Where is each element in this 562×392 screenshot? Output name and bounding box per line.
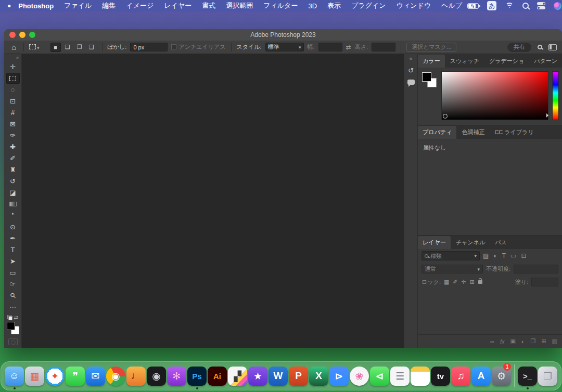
saturation-brightness-field[interactable] bbox=[441, 71, 548, 120]
menu-window[interactable]: ウィンドウ bbox=[391, 1, 437, 10]
filter-shape-icon[interactable]: ▭ bbox=[510, 252, 516, 259]
apple-menu-icon[interactable]: ● bbox=[7, 2, 11, 9]
dock-app-safari[interactable]: ✦ bbox=[45, 362, 65, 389]
siri-icon[interactable] bbox=[554, 2, 561, 10]
lock-transparent-pixels-icon[interactable]: ▦ bbox=[444, 279, 449, 285]
tool-eraser[interactable]: ◪ bbox=[6, 187, 20, 198]
dock-app-music[interactable]: ♫ bbox=[451, 362, 471, 389]
properties-tab[interactable]: プロパティ bbox=[418, 126, 456, 139]
color-tab[interactable]: パターン bbox=[529, 55, 562, 68]
window-titlebar[interactable]: Adobe Photoshop 2023 bbox=[4, 29, 562, 41]
dock-app-chrome[interactable]: ◉ bbox=[106, 362, 126, 389]
panel-collapse-icon[interactable]: « bbox=[410, 56, 413, 61]
dock-app-launchpad[interactable]: ▦ bbox=[24, 362, 45, 389]
menu-file[interactable]: ファイル bbox=[59, 1, 97, 10]
dock-app-logic-pro[interactable]: ◉ bbox=[146, 362, 167, 389]
dock-app-word[interactable]: W bbox=[268, 362, 288, 389]
tool-type[interactable]: T bbox=[6, 244, 20, 255]
dock-app-notes[interactable] bbox=[410, 362, 430, 389]
tool-pen[interactable]: ✒ bbox=[6, 233, 20, 244]
swap-colors-icon[interactable]: ⇄ bbox=[14, 315, 18, 320]
dock-app-affinity-photo[interactable]: ✻ bbox=[167, 362, 187, 389]
delete-layer-icon[interactable]: ▥ bbox=[552, 338, 557, 345]
add-to-selection-button[interactable]: ❏ bbox=[62, 43, 73, 52]
share-button[interactable]: 共有 bbox=[507, 43, 531, 52]
antialias-checkbox[interactable]: アンチエイリアス bbox=[171, 43, 225, 51]
hue-slider[interactable] bbox=[552, 71, 559, 120]
comments-panel-icon[interactable] bbox=[407, 80, 415, 85]
width-input[interactable] bbox=[318, 43, 342, 51]
tool-crop[interactable]: # bbox=[6, 107, 20, 118]
opacity-input[interactable] bbox=[514, 265, 558, 273]
history-panel-icon[interactable]: ↺ bbox=[408, 67, 414, 74]
control-center-icon[interactable] bbox=[537, 2, 545, 9]
feather-input[interactable]: 0 px bbox=[130, 43, 168, 51]
menu-select[interactable]: 選択範囲 bbox=[221, 1, 258, 10]
menu-layer[interactable]: レイヤー bbox=[159, 1, 197, 10]
properties-tab[interactable]: CC ライブラリ bbox=[490, 126, 538, 139]
add-layer-mask-icon[interactable]: ▣ bbox=[510, 338, 515, 345]
menu-help[interactable]: ヘルプ bbox=[436, 1, 467, 10]
tool-eyedropper[interactable]: ✑ bbox=[6, 130, 20, 141]
dock-app-apple-tv[interactable]: tv bbox=[430, 362, 451, 389]
menu-photoshop[interactable]: Photoshop bbox=[13, 2, 59, 10]
tool-rectangle[interactable]: ▭ bbox=[6, 267, 20, 278]
tool-lasso[interactable]: ◌ bbox=[6, 84, 20, 95]
panel-foreground-swatch[interactable] bbox=[422, 72, 431, 82]
dock-app-app-windows[interactable]: ❐ bbox=[538, 362, 558, 389]
spotlight-search-icon[interactable] bbox=[522, 3, 529, 9]
menu-view[interactable]: 表示 bbox=[322, 1, 346, 10]
wifi-icon[interactable] bbox=[505, 3, 514, 9]
layers-tab[interactable]: レイヤー bbox=[418, 236, 451, 249]
filter-image-icon[interactable]: ▨ bbox=[483, 252, 489, 259]
dock-app-imovie[interactable]: ★ bbox=[248, 362, 268, 389]
canvas-area[interactable] bbox=[22, 54, 404, 348]
link-layers-icon[interactable]: ∞ bbox=[490, 338, 494, 345]
toolbar-collapse-icon[interactable]: » bbox=[16, 55, 19, 60]
home-icon[interactable]: ⌂ bbox=[9, 43, 18, 51]
filter-type-icon[interactable]: T bbox=[502, 252, 506, 259]
menu-3d[interactable]: 3D bbox=[303, 2, 322, 10]
dock-app-facetime[interactable]: ⊲ bbox=[369, 362, 390, 389]
search-icon[interactable] bbox=[538, 45, 542, 49]
dock-app-reminders[interactable]: ☰ bbox=[390, 362, 410, 389]
tool-blur[interactable]: ❜ bbox=[6, 210, 20, 221]
new-selection-button[interactable]: ■ bbox=[50, 43, 61, 52]
new-adjustment-layer-icon[interactable]: ◐ bbox=[521, 338, 525, 345]
height-input[interactable] bbox=[372, 43, 395, 51]
menu-image[interactable]: イメージ bbox=[121, 1, 159, 10]
quick-mask-icon[interactable] bbox=[8, 338, 18, 345]
new-layer-icon[interactable]: ⊞ bbox=[541, 338, 546, 345]
tool-healing-brush[interactable]: ✚ bbox=[6, 141, 20, 152]
default-colors-icon[interactable] bbox=[7, 315, 12, 320]
color-tab[interactable]: カラー bbox=[418, 55, 445, 68]
dock-app-terminal[interactable]: >_ bbox=[517, 362, 538, 389]
layer-list[interactable] bbox=[418, 289, 562, 334]
battery-icon[interactable]: ϟ bbox=[467, 3, 479, 9]
new-group-icon[interactable]: ❒ bbox=[531, 338, 536, 345]
active-tool-preset[interactable]: ▾ bbox=[29, 44, 40, 50]
lock-image-pixels-icon[interactable]: ✐ bbox=[453, 279, 457, 285]
color-swatches[interactable] bbox=[7, 322, 19, 334]
dock-app-final-cut-pro[interactable]: ▞ bbox=[227, 362, 248, 389]
tool-brush[interactable]: ✐ bbox=[6, 153, 20, 164]
lock-all-icon[interactable] bbox=[478, 280, 482, 284]
layer-effects-icon[interactable]: fx bbox=[500, 338, 505, 345]
intersect-selection-button[interactable]: ❑ bbox=[86, 43, 97, 52]
default-swap-colors[interactable]: ⇄ bbox=[7, 315, 18, 320]
dock-app-excel[interactable]: X bbox=[309, 362, 329, 389]
workspace-switcher-icon[interactable] bbox=[548, 44, 557, 50]
dock-app-finder[interactable]: ☺ bbox=[4, 362, 24, 389]
layer-search-input[interactable]: 種類 ▾ bbox=[422, 251, 480, 260]
properties-tab[interactable]: 色調補正 bbox=[457, 126, 489, 139]
dock-app-messages[interactable]: ❞ bbox=[65, 362, 85, 389]
tool-object-selection[interactable]: ⊡ bbox=[6, 96, 20, 107]
style-dropdown[interactable]: 標準▾ bbox=[265, 43, 304, 51]
tool-dodge[interactable]: ⊙ bbox=[6, 221, 20, 232]
color-tab[interactable]: スウォッチ bbox=[445, 55, 484, 68]
color-tab[interactable]: グラデーショ bbox=[484, 55, 529, 68]
dock-app-zoom[interactable]: ⊳ bbox=[329, 362, 349, 389]
layers-tab[interactable]: パス bbox=[490, 236, 512, 249]
dock-app-system-settings[interactable]: ⚙1 bbox=[491, 362, 512, 389]
lock-artboard-icon[interactable]: ⊞ bbox=[470, 279, 475, 285]
